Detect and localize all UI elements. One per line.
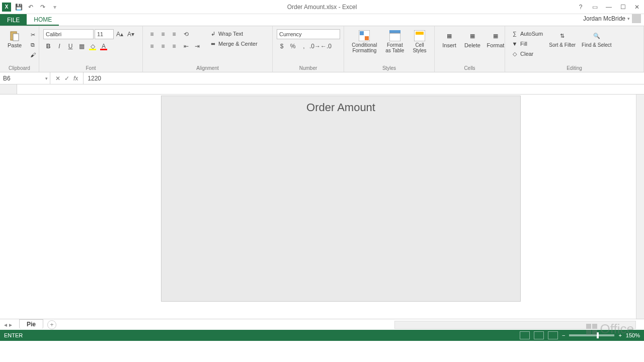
number-format-combo[interactable]: Currency — [277, 29, 340, 39]
format-as-table-button[interactable]: Format as Table — [383, 29, 407, 54]
format-cells-button[interactable]: ▦Format — [485, 29, 506, 49]
zoom-level[interactable]: 150% — [626, 332, 640, 338]
conditional-formatting-button[interactable]: Conditional Formatting — [348, 29, 381, 54]
fill-button[interactable]: ▼Fill — [509, 39, 545, 48]
group-label: Cells — [439, 64, 501, 72]
sort-filter-button[interactable]: ⇅Sort & Filter — [547, 29, 578, 49]
pie-chart[interactable] — [247, 131, 388, 272]
decrease-indent-icon[interactable]: ⇤ — [181, 41, 191, 51]
save-icon[interactable]: 💾 — [14, 3, 23, 12]
sheet-nav-next-icon[interactable]: ▸ — [9, 321, 12, 328]
group-label: Alignment — [147, 64, 268, 72]
ribbon: Paste ✂ ⧉ 🖌 Clipboard Calibri 11 A▴A▾ B … — [0, 26, 644, 72]
clear-icon: ◇ — [511, 50, 518, 57]
horizontal-scrollbar[interactable] — [394, 321, 636, 329]
embedded-chart[interactable]: Order Amount — [161, 96, 521, 302]
copy-button[interactable]: ⧉ — [27, 40, 38, 49]
decrease-decimal-icon[interactable]: ←.0 — [321, 41, 331, 51]
ribbon-options-icon[interactable]: ▭ — [590, 4, 600, 11]
minimize-icon[interactable]: — — [604, 4, 614, 11]
enter-formula-icon[interactable]: ✓ — [64, 75, 69, 82]
formula-bar: B6 ✕ ✓ fx 1220 — [0, 72, 644, 84]
orientation-icon[interactable]: ⟲ — [181, 29, 191, 39]
merge-center-button[interactable]: ⬌Merge & Center — [207, 39, 260, 48]
italic-button[interactable]: I — [54, 41, 64, 51]
font-color-button[interactable]: A — [99, 41, 109, 51]
insert-cells-button[interactable]: ▦Insert — [439, 29, 460, 49]
bold-button[interactable]: B — [43, 41, 53, 51]
align-center-icon[interactable]: ≡ — [158, 41, 168, 51]
status-bar: ENTER − + 150% — [0, 330, 644, 341]
format-table-icon — [389, 30, 400, 41]
percent-format-icon[interactable]: % — [288, 41, 298, 51]
worksheet-grid[interactable]: Order Amount — [0, 84, 644, 319]
sheet-tab-active[interactable]: Pie — [19, 319, 43, 329]
svg-rect-1 — [13, 34, 19, 41]
cell-styles-button[interactable]: Cell Styles — [409, 29, 430, 54]
add-sheet-button[interactable]: + — [47, 320, 56, 329]
group-label: Editing — [509, 64, 639, 72]
cancel-formula-icon[interactable]: ✕ — [55, 75, 60, 82]
view-normal-icon[interactable] — [520, 331, 530, 339]
svg-rect-6 — [389, 33, 400, 41]
font-name-combo[interactable]: Calibri — [43, 29, 94, 39]
align-top-icon[interactable]: ≡ — [147, 29, 157, 39]
group-label: Styles — [348, 64, 430, 72]
select-all-corner[interactable] — [0, 84, 17, 94]
align-right-icon[interactable]: ≡ — [169, 41, 179, 51]
align-middle-icon[interactable]: ≡ — [158, 29, 168, 39]
underline-button[interactable]: U — [65, 41, 75, 51]
view-page-break-icon[interactable] — [548, 331, 558, 339]
name-box[interactable]: B6 — [0, 72, 50, 84]
sheet-nav-prev-icon[interactable]: ◂ — [4, 321, 7, 328]
sort-filter-icon: ⇅ — [557, 30, 568, 41]
autosum-button[interactable]: ∑AutoSum — [509, 29, 545, 38]
tab-home[interactable]: HOME — [27, 14, 59, 26]
align-left-icon[interactable]: ≡ — [147, 41, 157, 51]
wrap-text-button[interactable]: ↲Wrap Text — [207, 29, 260, 38]
merge-icon: ⬌ — [209, 40, 216, 47]
undo-icon[interactable]: ↶ — [26, 3, 35, 12]
find-select-button[interactable]: 🔍Find & Select — [580, 29, 613, 49]
vertical-scrollbar[interactable] — [636, 95, 644, 319]
fx-icon[interactable]: fx — [73, 75, 78, 82]
user-name[interactable]: Jordan McBride — [583, 15, 625, 22]
view-page-layout-icon[interactable] — [534, 331, 544, 339]
copy-icon: ⧉ — [29, 41, 36, 48]
fill-color-button[interactable]: ◇ — [88, 41, 98, 51]
align-bottom-icon[interactable]: ≡ — [169, 29, 179, 39]
decrease-font-icon[interactable]: A▾ — [126, 29, 136, 39]
sheet-tab-bar: ◂ ▸ Pie + — [0, 319, 644, 330]
qat-customize-icon[interactable]: ▾ — [50, 3, 59, 12]
increase-indent-icon[interactable]: ⇥ — [192, 41, 202, 51]
format-painter-button[interactable]: 🖌 — [27, 50, 38, 59]
accounting-format-icon[interactable]: $ — [277, 41, 287, 51]
svg-rect-4 — [365, 36, 369, 40]
cut-button[interactable]: ✂ — [27, 30, 38, 39]
zoom-in-icon[interactable]: + — [618, 332, 621, 338]
autosum-icon: ∑ — [511, 30, 518, 37]
redo-icon[interactable]: ↷ — [38, 3, 47, 12]
paste-button[interactable]: Paste — [4, 29, 25, 49]
border-button[interactable]: ▦ — [76, 41, 87, 51]
chart-title[interactable]: Order Amount — [162, 96, 520, 116]
maximize-icon[interactable]: ☐ — [618, 4, 628, 11]
cut-icon: ✂ — [29, 31, 36, 38]
close-icon[interactable]: ✕ — [632, 4, 642, 11]
delete-cells-button[interactable]: ▦Delete — [462, 29, 483, 49]
excel-logo-icon: X — [2, 3, 11, 12]
increase-decimal-icon[interactable]: .0→ — [310, 41, 320, 51]
user-avatar-icon[interactable] — [632, 14, 641, 23]
zoom-out-icon[interactable]: − — [562, 332, 565, 338]
comma-format-icon[interactable]: , — [299, 41, 309, 51]
zoom-slider[interactable] — [569, 334, 614, 336]
wrap-text-icon: ↲ — [209, 30, 216, 37]
formula-input[interactable]: 1220 — [84, 72, 644, 84]
tab-file[interactable]: FILE — [0, 14, 27, 26]
clear-button[interactable]: ◇Clear — [509, 49, 545, 58]
increase-font-icon[interactable]: A▴ — [115, 29, 125, 39]
font-size-combo[interactable]: 11 — [95, 29, 114, 39]
ribbon-tabs: FILE HOME Jordan McBride ▾ — [0, 14, 644, 26]
help-icon[interactable]: ? — [576, 4, 586, 11]
format-painter-icon: 🖌 — [29, 51, 36, 58]
